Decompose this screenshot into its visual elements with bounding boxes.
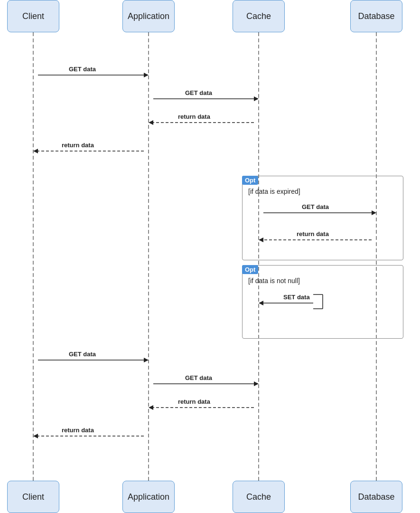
svg-marker-5 bbox=[144, 73, 149, 77]
actor-application-top: Application bbox=[122, 0, 175, 32]
actor-cache-top: Cache bbox=[233, 0, 285, 32]
svg-marker-9 bbox=[149, 120, 153, 125]
actor-client-top: Client bbox=[7, 0, 59, 32]
actor-database-top: Database bbox=[350, 0, 402, 32]
svg-marker-7 bbox=[254, 96, 259, 101]
label-a9: GET data bbox=[185, 374, 212, 381]
actor-client-bottom: Client bbox=[7, 481, 59, 513]
label-a2: GET data bbox=[185, 89, 212, 96]
sequence-diagram: Client Application Cache Database Client… bbox=[0, 0, 420, 513]
opt-box-2: Opt [if data is not null] bbox=[242, 265, 403, 339]
opt-box-1: Opt [if data is expired] bbox=[242, 176, 403, 260]
label-a4: return data bbox=[62, 142, 94, 149]
label-a3: return data bbox=[178, 113, 210, 120]
svg-marker-11 bbox=[33, 149, 38, 153]
actor-cache-bottom: Cache bbox=[233, 481, 285, 513]
svg-marker-24 bbox=[254, 381, 259, 386]
label-a8: GET data bbox=[69, 351, 96, 358]
opt-tag-1: Opt bbox=[242, 176, 258, 185]
label-a1: GET data bbox=[69, 66, 96, 73]
actor-application-bottom: Application bbox=[122, 481, 175, 513]
label-a10: return data bbox=[178, 398, 210, 405]
svg-marker-26 bbox=[149, 405, 153, 410]
opt-tag-2: Opt bbox=[242, 265, 258, 274]
opt-condition-1: [if data is expired] bbox=[248, 188, 300, 195]
label-a11: return data bbox=[62, 427, 94, 434]
svg-marker-28 bbox=[33, 434, 38, 438]
actor-database-bottom: Database bbox=[350, 481, 402, 513]
svg-marker-22 bbox=[144, 358, 149, 362]
opt-condition-2: [if data is not null] bbox=[248, 277, 300, 285]
